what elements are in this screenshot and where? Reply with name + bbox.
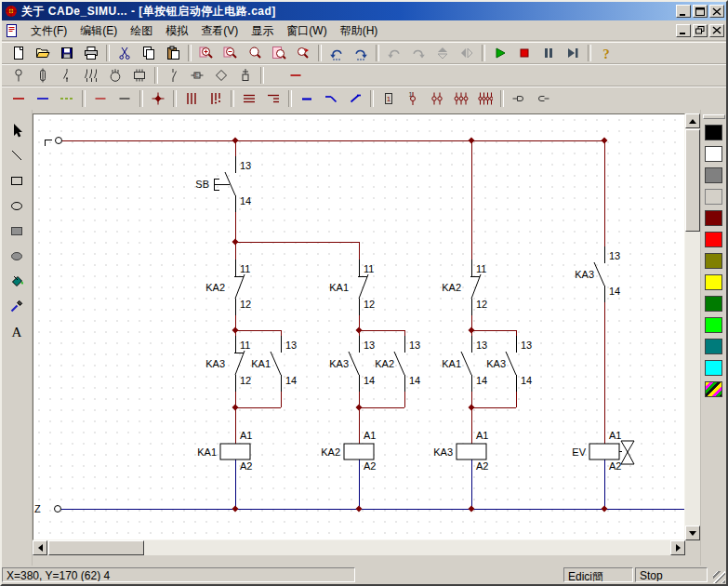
zoom-previous-button[interactable]: [291, 42, 315, 64]
node-junction-button[interactable]: [146, 87, 170, 110]
draw-rectangle-tool[interactable]: [5, 168, 30, 192]
simulate-stop-button[interactable]: [512, 42, 536, 64]
menu-item-1[interactable]: 编辑(E): [73, 22, 124, 39]
valve-block-button[interactable]: [233, 64, 258, 87]
draw-ellipse-filled-tool[interactable]: [5, 244, 30, 267]
contact-triple-button[interactable]: [79, 64, 103, 87]
menu-item-2[interactable]: 绘图: [124, 22, 159, 39]
plc-block-button[interactable]: [127, 64, 152, 87]
bus-horizontal-split-button[interactable]: [261, 87, 285, 110]
document-icon[interactable]: [5, 23, 20, 38]
minimize-icon[interactable]: [676, 5, 691, 18]
schematic-canvas[interactable]: Z1314SB1112KA21112KA11112KA21314KA31112K…: [33, 113, 685, 540]
coil-relay-button[interactable]: E: [185, 64, 209, 87]
terminal-circles-4-button[interactable]: [473, 87, 497, 110]
connector-female-button[interactable]: [531, 87, 555, 110]
zoom-window-button[interactable]: [243, 42, 267, 64]
detector-diamond-button[interactable]: [209, 64, 233, 87]
select-pointer-tool[interactable]: [5, 118, 30, 141]
color-swatch-808000[interactable]: [705, 253, 722, 269]
color-swatch-ff0000[interactable]: [705, 232, 722, 247]
motor-button[interactable]: [103, 64, 127, 87]
cable-blue-segment-button[interactable]: [295, 87, 319, 110]
menu-item-7[interactable]: 帮助(H): [334, 22, 385, 39]
menu-item-6[interactable]: 窗口(W): [280, 22, 333, 39]
rotate-left-button[interactable]: [382, 42, 406, 64]
horizontal-scroll-thumb[interactable]: [48, 540, 144, 555]
color-swatch-ffffff[interactable]: [705, 146, 722, 162]
wire-dashed-green-button[interactable]: [55, 87, 79, 110]
zoom-in-button[interactable]: [194, 42, 218, 64]
vertical-scroll-thumb[interactable]: [685, 129, 700, 232]
simulate-pause-button[interactable]: [536, 42, 561, 64]
vertical-scrollbar[interactable]: [685, 113, 700, 540]
resize-grip[interactable]: [713, 571, 725, 583]
color-swatch-rainbow[interactable]: [705, 381, 722, 397]
menu-item-5[interactable]: 显示: [245, 22, 280, 39]
rotate-right-button[interactable]: [406, 42, 430, 64]
terminal-circles-3-button[interactable]: [449, 87, 473, 110]
wire-blue-button[interactable]: [31, 87, 55, 110]
menu-item-3[interactable]: 模拟: [159, 22, 194, 39]
menu-item-4[interactable]: 查看(V): [194, 22, 245, 39]
child-close-icon[interactable]: [709, 24, 724, 37]
horizontal-scrollbar[interactable]: [33, 540, 685, 555]
color-swatch-007b7b[interactable]: [705, 339, 722, 354]
cable-contact-slash-button[interactable]: [343, 87, 367, 110]
fuse-button[interactable]: [31, 64, 55, 87]
scroll-left-icon[interactable]: [33, 540, 47, 555]
menu-item-0[interactable]: 文件(F): [24, 22, 73, 39]
simulate-play-button[interactable]: [488, 42, 512, 64]
bus-vertical-drops-button[interactable]: [204, 87, 228, 110]
line-red-button[interactable]: [88, 87, 113, 110]
color-swatch-007b00[interactable]: [705, 296, 722, 312]
scroll-right-icon[interactable]: [670, 540, 685, 555]
wire-red-segment-button[interactable]: [284, 64, 308, 87]
zoom-page-button[interactable]: [267, 42, 291, 64]
print-button[interactable]: [79, 42, 103, 64]
contact-switch-button[interactable]: [55, 64, 79, 87]
undo-button[interactable]: [324, 42, 349, 64]
insert-text-tool[interactable]: A: [5, 319, 30, 342]
color-swatch-7b0000[interactable]: [705, 210, 722, 226]
draw-rectangle-filled-tool[interactable]: [5, 219, 30, 242]
draw-line-tool[interactable]: [5, 143, 30, 166]
help-button[interactable]: ?: [594, 42, 618, 64]
paste-button[interactable]: [161, 42, 185, 64]
copy-button[interactable]: [137, 42, 161, 64]
scroll-down-icon[interactable]: [685, 526, 700, 540]
color-swatch-none[interactable]: [705, 189, 722, 205]
save-button[interactable]: [55, 42, 79, 64]
draw-ellipse-tool[interactable]: [5, 193, 30, 217]
terminal-box-1-button[interactable]: 1: [377, 87, 401, 110]
bus-horizontal-3-button[interactable]: [237, 87, 261, 110]
child-minimize-icon[interactable]: [676, 24, 691, 37]
flip-vertical-button[interactable]: [430, 42, 455, 64]
wire-red-button[interactable]: [7, 87, 31, 110]
color-swatch-ffff00[interactable]: [705, 274, 722, 290]
color-swatch-00ff00[interactable]: [705, 317, 722, 333]
redo-button[interactable]: [349, 42, 373, 64]
line-black-button[interactable]: [113, 87, 137, 110]
terminal-circle-1-button[interactable]: 1: [401, 87, 425, 110]
open-button[interactable]: [31, 42, 55, 64]
connector-male-button[interactable]: [507, 87, 531, 110]
fill-bucket-tool[interactable]: [5, 269, 30, 292]
color-swatch-000000[interactable]: [705, 125, 722, 140]
flip-horizontal-button[interactable]: [455, 42, 479, 64]
simulate-step-button[interactable]: [561, 42, 585, 64]
contact-single-button[interactable]: [161, 64, 185, 87]
scroll-up-icon[interactable]: [685, 113, 700, 128]
new-button[interactable]: [7, 42, 31, 64]
color-picker-tool[interactable]: [5, 294, 30, 317]
terminal-circles-2-button[interactable]: [425, 87, 449, 110]
color-swatch-808080[interactable]: [705, 167, 722, 183]
close-icon[interactable]: [709, 5, 724, 18]
lamp-button[interactable]: [7, 64, 31, 87]
cable-contact-bend-button[interactable]: [319, 87, 343, 110]
zoom-out-button[interactable]: [218, 42, 243, 64]
bus-vertical-3-button[interactable]: [179, 87, 204, 110]
child-restore-icon[interactable]: [693, 24, 708, 37]
cut-button[interactable]: [113, 42, 137, 64]
color-swatch-00ffff[interactable]: [705, 360, 722, 376]
